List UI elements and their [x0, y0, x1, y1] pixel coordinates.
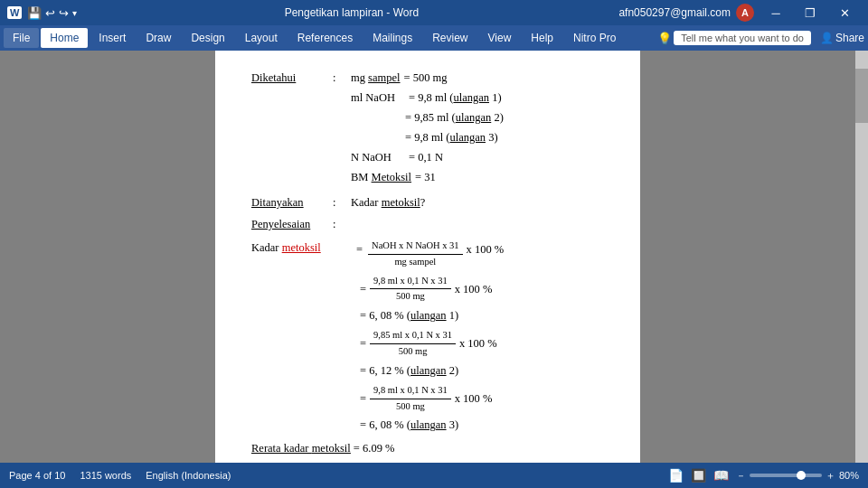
bm-label: BM Metoksil	[351, 168, 411, 186]
formula4-den: 500 mg	[392, 399, 429, 415]
formula3-den: 500 mg	[395, 344, 431, 360]
tab-view[interactable]: View	[479, 28, 521, 48]
tell-me-text: Tell me what you want to do	[681, 33, 804, 43]
tab-draw[interactable]: Draw	[137, 28, 180, 48]
view-web-icon[interactable]: 🔲	[691, 468, 706, 483]
customize-icon[interactable]: ▾	[72, 8, 77, 18]
title-bar-left: W 💾 ↩ ↪ ▾	[7, 6, 84, 20]
label-ditanyakan: Ditanyakan	[251, 193, 333, 211]
view-read-icon[interactable]: 📖	[713, 468, 729, 483]
quick-access-toolbar: 💾 ↩ ↪ ▾	[27, 6, 77, 20]
language: English (Indonesia)	[146, 470, 231, 481]
document-title: Pengetikan lampiran - Word	[84, 6, 618, 19]
n-naoh-label: N NaOH	[351, 148, 405, 166]
label-penyelesaian: Penyelesaian	[251, 215, 333, 233]
user-email: afn050297@gmail.com	[618, 6, 731, 19]
doc-row-result2: = 6, 12 % (ulangan 2)	[360, 361, 604, 380]
title-bar-right: afn050297@gmail.com A ─ ❐ ✕	[618, 0, 861, 25]
scroll-thumb[interactable]	[855, 69, 868, 123]
x100-1: x 100 %	[467, 239, 505, 261]
eq-sign: =	[356, 239, 363, 261]
doc-row-rerata: Rerata kadar metoksil = 6.09 %	[251, 439, 604, 457]
doc-row-ditanyakan: Ditanyakan : Kadar metoksil?	[251, 193, 604, 211]
share-icon: 👤	[820, 32, 834, 44]
colon2: :	[333, 193, 351, 211]
undo-icon[interactable]: ↩	[45, 6, 55, 20]
tab-references[interactable]: References	[288, 28, 362, 48]
status-bar: Page 4 of 10 1315 words English (Indones…	[0, 463, 868, 488]
tab-file[interactable]: File	[4, 28, 39, 48]
tab-layout[interactable]: Layout	[236, 28, 287, 48]
tab-mailings[interactable]: Mailings	[363, 28, 421, 48]
zoom-in-icon[interactable]: ＋	[826, 469, 835, 483]
formula2: 9,8 ml x 0,1 N x 31 500 mg	[370, 274, 451, 305]
x100-4: x 100 %	[455, 389, 493, 408]
page-content: Diketahui : mg sampel = 500 mg ml NaOH =…	[0, 51, 855, 463]
eq4: =	[360, 389, 366, 408]
redo-icon[interactable]: ↪	[59, 6, 69, 20]
ditanyakan-val: Kadar metoksil?	[351, 193, 425, 211]
minimize-button[interactable]: ─	[760, 0, 792, 25]
user-avatar: A	[736, 4, 754, 22]
x100-3: x 100 %	[459, 334, 497, 352]
status-left: Page 4 of 10 1315 words English (Indones…	[9, 470, 231, 481]
doc-row-formula4: = 9,8 ml x 0,1 N x 31 500 mg x 100 %	[360, 383, 604, 415]
share-button[interactable]: Share	[835, 32, 864, 44]
restore-button[interactable]: ❐	[794, 0, 826, 25]
n-naoh-val: = 0,1 N	[409, 148, 443, 166]
doc-row-formula3: = 9,85 ml x 0,1 N x 31 500 mg x 100 %	[360, 328, 604, 360]
page-info: Page 4 of 10	[9, 470, 65, 481]
doc-row-bm: BM Metoksil = 31	[351, 168, 604, 186]
eq1: = 500 mg	[404, 69, 448, 87]
zoom-out-icon[interactable]: －	[736, 469, 746, 483]
formula1: NaOH x N NaOH x 31 mg sampel	[368, 239, 463, 270]
view-print-icon[interactable]: 📄	[668, 468, 684, 483]
bm-val: = 31	[415, 168, 436, 186]
tab-design[interactable]: Design	[182, 28, 233, 48]
doc-row-formula2: = 9,8 ml x 0,1 N x 31 500 mg x 100 %	[360, 274, 604, 305]
tab-nitro[interactable]: Nitro Pro	[564, 28, 625, 48]
tell-me-input[interactable]: Tell me what you want to do	[674, 31, 811, 45]
save-icon[interactable]: 💾	[27, 6, 42, 20]
doc-row-result3: = 6, 08 % (ulangan 3)	[360, 416, 604, 434]
word-logo-icon: W	[7, 6, 22, 19]
kadar-metoksil-label: Kadar metoksil	[251, 239, 351, 257]
formula4: 9,8 ml x 0,1 N x 31 500 mg	[370, 383, 451, 415]
formula2-num: 9,8 ml x 0,1 N x 31	[370, 274, 451, 290]
word-count: 1315 words	[80, 470, 131, 481]
doc-row-result1: = 6, 08 % (ulangan 1)	[360, 306, 604, 324]
scroll-track[interactable]	[855, 51, 868, 463]
doc-row-diketahui: Diketahui : mg sampel = 500 mg	[251, 69, 604, 87]
ribbon-bar: File Home Insert Draw Design Layout Refe…	[0, 25, 868, 51]
status-right: 📄 🔲 📖 － ＋ 80%	[668, 468, 859, 483]
close-button[interactable]: ✕	[828, 0, 861, 25]
ml-naoh-label: ml NaOH	[351, 89, 405, 107]
zoom-slider[interactable]	[750, 474, 822, 477]
label-diketahui: Diketahui	[251, 69, 333, 87]
tab-review[interactable]: Review	[423, 28, 476, 48]
tab-help[interactable]: Help	[522, 28, 562, 48]
zoom-level: 80%	[839, 470, 859, 481]
tab-insert[interactable]: Insert	[90, 28, 135, 48]
document-area: Diketahui : mg sampel = 500 mg ml NaOH =…	[0, 51, 868, 463]
window-controls: ─ ❐ ✕	[760, 0, 861, 25]
doc-row-penyelesaian: Penyelesaian :	[251, 215, 604, 233]
tab-home[interactable]: Home	[41, 28, 88, 48]
formula2-den: 500 mg	[392, 289, 429, 305]
zoom-handle[interactable]	[797, 471, 806, 480]
mg-sampel-label: mg sampel	[351, 69, 401, 87]
eq2: =	[360, 280, 366, 298]
document-page[interactable]: Diketahui : mg sampel = 500 mg ml NaOH =…	[215, 51, 640, 463]
doc-row-mlnaoh: ml NaOH = 9,8 ml (ulangan 1)	[351, 89, 604, 107]
formula3-num: 9,85 ml x 0,1 N x 31	[370, 328, 456, 344]
doc-row-naoh-ul3: = 9,8 ml (ulangan 3)	[405, 128, 604, 146]
formula3: 9,85 ml x 0,1 N x 31 500 mg	[370, 328, 456, 360]
formula1-num: NaOH x N NaOH x 31	[368, 239, 463, 255]
doc-row-naoh-ul2: = 9,85 ml (ulangan 2)	[405, 108, 604, 127]
formula4-num: 9,8 ml x 0,1 N x 31	[370, 383, 451, 399]
zoom-control[interactable]: － ＋ 80%	[736, 469, 859, 483]
colon1: :	[333, 69, 351, 87]
ml-naoh-val1: = 9,8 ml (ulangan 1)	[409, 89, 502, 107]
x100-2: x 100 %	[455, 280, 493, 298]
lightbulb-icon: 💡	[657, 32, 672, 45]
